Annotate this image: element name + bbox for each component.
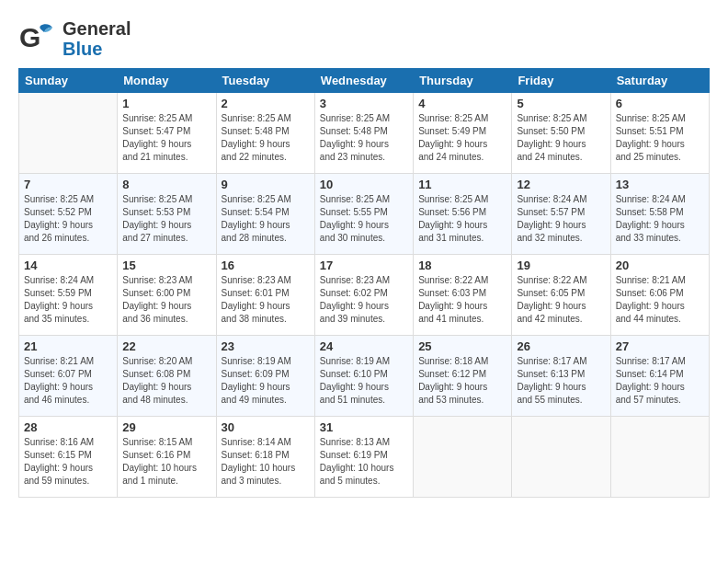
day-number: 23	[222, 339, 310, 353]
day-number: 3	[320, 97, 408, 110]
svg-text:G: G	[19, 22, 40, 52]
day-number: 8	[122, 178, 210, 191]
day-cell-7-w1: 7Sunrise: 8:25 AMSunset: 5:52 PMDaylight…	[19, 174, 118, 255]
day-info: Sunrise: 8:17 AMSunset: 6:13 PMDaylight:…	[517, 355, 605, 407]
header-wednesday: Wednesday	[314, 69, 413, 93]
day-cell-24-w3: 24Sunrise: 8:19 AMSunset: 6:10 PMDayligh…	[314, 336, 413, 417]
day-cell-17-w2: 17Sunrise: 8:23 AMSunset: 6:02 PMDayligh…	[314, 255, 413, 336]
day-info: Sunrise: 8:25 AMSunset: 5:54 PMDaylight:…	[222, 193, 310, 245]
day-cell-30-w4: 30Sunrise: 8:14 AMSunset: 6:18 PMDayligh…	[216, 417, 314, 498]
day-cell-27-w3: 27Sunrise: 8:17 AMSunset: 6:14 PMDayligh…	[610, 336, 709, 417]
day-info: Sunrise: 8:19 AMSunset: 6:09 PMDaylight:…	[222, 355, 310, 407]
day-number: 31	[320, 420, 408, 434]
week-row-5: 28Sunrise: 8:16 AMSunset: 6:15 PMDayligh…	[19, 417, 710, 498]
header-sunday: Sunday	[19, 69, 118, 93]
logo-blue-text: Blue	[63, 39, 131, 59]
calendar-table: SundayMondayTuesdayWednesdayThursdayFrid…	[18, 68, 710, 498]
day-info: Sunrise: 8:24 AMSunset: 5:59 PMDaylight:…	[24, 274, 112, 326]
day-cell-29-w4: 29Sunrise: 8:15 AMSunset: 6:16 PMDayligh…	[118, 417, 216, 498]
day-cell-14-w2: 14Sunrise: 8:24 AMSunset: 5:59 PMDayligh…	[19, 255, 118, 336]
day-info: Sunrise: 8:20 AMSunset: 6:08 PMDaylight:…	[122, 355, 210, 407]
page-header: G General Blue	[18, 18, 710, 59]
day-number: 27	[616, 339, 704, 353]
day-info: Sunrise: 8:22 AMSunset: 6:05 PMDaylight:…	[517, 274, 605, 326]
day-info: Sunrise: 8:21 AMSunset: 6:06 PMDaylight:…	[616, 274, 704, 326]
day-number: 2	[222, 97, 310, 110]
day-info: Sunrise: 8:14 AMSunset: 6:18 PMDaylight:…	[222, 436, 310, 488]
day-number: 17	[320, 259, 408, 272]
day-number: 19	[517, 259, 605, 272]
day-number: 11	[418, 178, 506, 191]
day-info: Sunrise: 8:25 AMSunset: 5:48 PMDaylight:…	[222, 112, 310, 164]
day-info: Sunrise: 8:25 AMSunset: 5:49 PMDaylight:…	[418, 112, 506, 164]
day-number: 22	[122, 339, 210, 353]
logo-icon: G	[18, 19, 57, 58]
day-cell-18-w2: 18Sunrise: 8:22 AMSunset: 6:03 PMDayligh…	[414, 255, 512, 336]
day-number: 12	[517, 178, 605, 191]
logo-general-text: General	[63, 18, 131, 39]
header-friday: Friday	[512, 69, 610, 93]
day-info: Sunrise: 8:18 AMSunset: 6:12 PMDaylight:…	[418, 355, 506, 407]
day-number: 28	[24, 420, 112, 434]
calendar-header-row: SundayMondayTuesdayWednesdayThursdayFrid…	[19, 69, 710, 93]
day-number: 9	[222, 178, 310, 191]
day-cell-5-w0: 5Sunrise: 8:25 AMSunset: 5:50 PMDaylight…	[512, 93, 610, 174]
day-info: Sunrise: 8:23 AMSunset: 6:00 PMDaylight:…	[122, 274, 210, 326]
day-info: Sunrise: 8:25 AMSunset: 5:56 PMDaylight:…	[418, 193, 506, 245]
header-tuesday: Tuesday	[216, 69, 314, 93]
day-info: Sunrise: 8:16 AMSunset: 6:15 PMDaylight:…	[24, 436, 112, 488]
day-info: Sunrise: 8:25 AMSunset: 5:48 PMDaylight:…	[320, 112, 408, 164]
header-monday: Monday	[118, 69, 216, 93]
day-cell-20-w2: 20Sunrise: 8:21 AMSunset: 6:06 PMDayligh…	[610, 255, 709, 336]
day-info: Sunrise: 8:25 AMSunset: 5:51 PMDaylight:…	[616, 112, 704, 164]
day-cell-16-w2: 16Sunrise: 8:23 AMSunset: 6:01 PMDayligh…	[216, 255, 314, 336]
day-cell-empty-w0	[19, 93, 118, 174]
day-number: 20	[616, 259, 704, 272]
logo: G General Blue	[18, 18, 131, 59]
day-info: Sunrise: 8:17 AMSunset: 6:14 PMDaylight:…	[616, 355, 704, 407]
day-cell-31-w4: 31Sunrise: 8:13 AMSunset: 6:19 PMDayligh…	[314, 417, 413, 498]
day-number: 30	[222, 420, 310, 434]
day-cell-13-w1: 13Sunrise: 8:24 AMSunset: 5:58 PMDayligh…	[610, 174, 709, 255]
day-number: 4	[418, 97, 506, 110]
day-cell-empty-w4	[414, 417, 512, 498]
day-number: 14	[24, 259, 112, 272]
day-number: 1	[122, 97, 210, 110]
day-info: Sunrise: 8:25 AMSunset: 5:52 PMDaylight:…	[24, 193, 112, 245]
week-row-3: 14Sunrise: 8:24 AMSunset: 5:59 PMDayligh…	[19, 255, 710, 336]
day-number: 29	[122, 420, 210, 434]
day-number: 18	[418, 259, 506, 272]
week-row-2: 7Sunrise: 8:25 AMSunset: 5:52 PMDaylight…	[19, 174, 710, 255]
day-cell-2-w0: 2Sunrise: 8:25 AMSunset: 5:48 PMDaylight…	[216, 93, 314, 174]
day-cell-26-w3: 26Sunrise: 8:17 AMSunset: 6:13 PMDayligh…	[512, 336, 610, 417]
day-info: Sunrise: 8:24 AMSunset: 5:58 PMDaylight:…	[616, 193, 704, 245]
day-info: Sunrise: 8:15 AMSunset: 6:16 PMDaylight:…	[122, 436, 210, 488]
day-info: Sunrise: 8:25 AMSunset: 5:53 PMDaylight:…	[122, 193, 210, 245]
day-cell-4-w0: 4Sunrise: 8:25 AMSunset: 5:49 PMDaylight…	[414, 93, 512, 174]
day-cell-9-w1: 9Sunrise: 8:25 AMSunset: 5:54 PMDaylight…	[216, 174, 314, 255]
day-cell-15-w2: 15Sunrise: 8:23 AMSunset: 6:00 PMDayligh…	[118, 255, 216, 336]
day-number: 26	[517, 339, 605, 353]
day-number: 16	[222, 259, 310, 272]
day-number: 25	[418, 339, 506, 353]
day-cell-23-w3: 23Sunrise: 8:19 AMSunset: 6:09 PMDayligh…	[216, 336, 314, 417]
day-info: Sunrise: 8:23 AMSunset: 6:02 PMDaylight:…	[320, 274, 408, 326]
day-info: Sunrise: 8:25 AMSunset: 5:47 PMDaylight:…	[122, 112, 210, 164]
week-row-1: 1Sunrise: 8:25 AMSunset: 5:47 PMDaylight…	[19, 93, 710, 174]
day-cell-22-w3: 22Sunrise: 8:20 AMSunset: 6:08 PMDayligh…	[118, 336, 216, 417]
day-cell-empty-w4	[512, 417, 610, 498]
day-cell-11-w1: 11Sunrise: 8:25 AMSunset: 5:56 PMDayligh…	[414, 174, 512, 255]
day-cell-12-w1: 12Sunrise: 8:24 AMSunset: 5:57 PMDayligh…	[512, 174, 610, 255]
day-info: Sunrise: 8:25 AMSunset: 5:50 PMDaylight:…	[517, 112, 605, 164]
day-cell-28-w4: 28Sunrise: 8:16 AMSunset: 6:15 PMDayligh…	[19, 417, 118, 498]
day-cell-8-w1: 8Sunrise: 8:25 AMSunset: 5:53 PMDaylight…	[118, 174, 216, 255]
header-saturday: Saturday	[610, 69, 709, 93]
day-number: 6	[616, 97, 704, 110]
day-info: Sunrise: 8:21 AMSunset: 6:07 PMDaylight:…	[24, 355, 112, 407]
day-cell-empty-w4	[610, 417, 709, 498]
calendar-body: 1Sunrise: 8:25 AMSunset: 5:47 PMDaylight…	[19, 93, 710, 498]
day-number: 7	[24, 178, 112, 191]
day-cell-10-w1: 10Sunrise: 8:25 AMSunset: 5:55 PMDayligh…	[314, 174, 413, 255]
day-number: 15	[122, 259, 210, 272]
day-info: Sunrise: 8:22 AMSunset: 6:03 PMDaylight:…	[418, 274, 506, 326]
